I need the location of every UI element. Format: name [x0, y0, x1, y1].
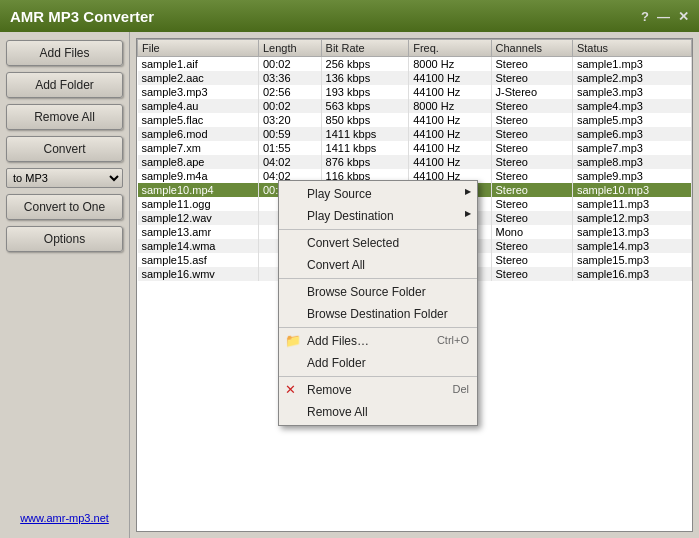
- context-menu-item-label: Browse Source Folder: [307, 285, 426, 299]
- cell-freq: 44100 Hz: [409, 71, 491, 85]
- table-row[interactable]: sample7.xm01:551411 kbps44100 HzStereosa…: [138, 141, 692, 155]
- cell-channels: Stereo: [491, 197, 572, 211]
- cell-bitrate: 136 kbps: [321, 71, 409, 85]
- cell-bitrate: 850 kbps: [321, 113, 409, 127]
- cell-status: sample8.mp3: [572, 155, 691, 169]
- app-title: AMR MP3 Converter: [10, 8, 154, 25]
- folder-icon: 📁: [285, 333, 301, 348]
- cell-channels: Stereo: [491, 267, 572, 281]
- cell-channels: Stereo: [491, 253, 572, 267]
- cell-freq: 44100 Hz: [409, 85, 491, 99]
- cell-status: sample10.mp3: [572, 183, 691, 197]
- cell-status: sample2.mp3: [572, 71, 691, 85]
- cell-file: sample3.mp3: [138, 85, 259, 99]
- table-row[interactable]: sample1.aif00:02256 kbps8000 HzStereosam…: [138, 57, 692, 72]
- close-button[interactable]: ✕: [678, 9, 689, 24]
- context-menu-item-label: Browse Destination Folder: [307, 307, 448, 321]
- context-menu-separator: [279, 376, 477, 377]
- cell-status: sample15.mp3: [572, 253, 691, 267]
- context-menu-item[interactable]: Play Source: [279, 183, 477, 205]
- cell-bitrate: 1411 kbps: [321, 141, 409, 155]
- title-bar-controls: ? — ✕: [641, 9, 689, 24]
- context-menu-item-label: Remove All: [307, 405, 368, 419]
- cell-file: sample12.wav: [138, 211, 259, 225]
- cell-file: sample14.wma: [138, 239, 259, 253]
- cell-file: sample6.mod: [138, 127, 259, 141]
- table-row[interactable]: sample6.mod00:591411 kbps44100 HzStereos…: [138, 127, 692, 141]
- main-layout: Add Files Add Folder Remove All Convert …: [0, 32, 699, 538]
- help-button[interactable]: ?: [641, 9, 649, 24]
- left-panel: Add Files Add Folder Remove All Convert …: [0, 32, 130, 538]
- add-folder-button[interactable]: Add Folder: [6, 72, 123, 98]
- cell-length: 02:56: [259, 85, 322, 99]
- cell-file: sample9.m4a: [138, 169, 259, 183]
- context-menu-item[interactable]: ✕RemoveDel: [279, 379, 477, 401]
- cell-channels: Mono: [491, 225, 572, 239]
- cell-status: sample5.mp3: [572, 113, 691, 127]
- cell-file: sample2.aac: [138, 71, 259, 85]
- convert-button[interactable]: Convert: [6, 136, 123, 162]
- table-row[interactable]: sample8.ape04:02876 kbps44100 HzStereosa…: [138, 155, 692, 169]
- cell-length: 00:59: [259, 127, 322, 141]
- remove-all-button[interactable]: Remove All: [6, 104, 123, 130]
- context-menu-item-label: Play Source: [307, 187, 372, 201]
- cell-status: sample6.mp3: [572, 127, 691, 141]
- context-menu-item[interactable]: Convert Selected: [279, 232, 477, 254]
- table-header-row: File Length Bit Rate Freq. Channels Stat…: [138, 40, 692, 57]
- cell-channels: Stereo: [491, 113, 572, 127]
- cell-length: 00:02: [259, 99, 322, 113]
- cell-status: sample3.mp3: [572, 85, 691, 99]
- cell-channels: Stereo: [491, 183, 572, 197]
- convert-format-dropdown-container: to MP3 to AMR to WAV to OGG: [6, 168, 123, 188]
- col-bitrate: Bit Rate: [321, 40, 409, 57]
- cell-status: sample4.mp3: [572, 99, 691, 113]
- cell-channels: Stereo: [491, 57, 572, 72]
- cell-freq: 44100 Hz: [409, 113, 491, 127]
- add-files-button[interactable]: Add Files: [6, 40, 123, 66]
- remove-icon: ✕: [285, 382, 296, 397]
- cell-file: sample4.au: [138, 99, 259, 113]
- context-menu-item-label: Play Destination: [307, 209, 394, 223]
- context-menu-item[interactable]: Play Destination: [279, 205, 477, 227]
- right-panel: File Length Bit Rate Freq. Channels Stat…: [130, 32, 699, 538]
- minimize-button[interactable]: —: [657, 9, 670, 24]
- cell-freq: 44100 Hz: [409, 127, 491, 141]
- context-menu-item[interactable]: Remove All: [279, 401, 477, 423]
- context-menu-item[interactable]: Add Folder: [279, 352, 477, 374]
- cell-channels: Stereo: [491, 211, 572, 225]
- col-channels: Channels: [491, 40, 572, 57]
- col-length: Length: [259, 40, 322, 57]
- website-link[interactable]: www.amr-mp3.net: [6, 512, 123, 530]
- cell-status: sample1.mp3: [572, 57, 691, 72]
- cell-file: sample11.ogg: [138, 197, 259, 211]
- cell-length: 00:02: [259, 57, 322, 72]
- cell-file: sample10.mp4: [138, 183, 259, 197]
- context-menu-item[interactable]: Browse Source Folder: [279, 281, 477, 303]
- cell-channels: Stereo: [491, 155, 572, 169]
- cell-channels: J-Stereo: [491, 85, 572, 99]
- cell-status: sample16.mp3: [572, 267, 691, 281]
- cell-file: sample13.amr: [138, 225, 259, 239]
- context-menu-item-label: Remove: [307, 383, 352, 397]
- context-menu-separator: [279, 278, 477, 279]
- table-row[interactable]: sample4.au00:02563 kbps8000 HzStereosamp…: [138, 99, 692, 113]
- context-menu-shortcut: Ctrl+O: [437, 334, 469, 346]
- context-menu-item[interactable]: Convert All: [279, 254, 477, 276]
- cell-bitrate: 876 kbps: [321, 155, 409, 169]
- table-row[interactable]: sample5.flac03:20850 kbps44100 HzStereos…: [138, 113, 692, 127]
- cell-bitrate: 563 kbps: [321, 99, 409, 113]
- context-menu-item[interactable]: Browse Destination Folder: [279, 303, 477, 325]
- options-button[interactable]: Options: [6, 226, 123, 252]
- cell-file: sample15.asf: [138, 253, 259, 267]
- cell-channels: Stereo: [491, 239, 572, 253]
- convert-format-select[interactable]: to MP3 to AMR to WAV to OGG: [6, 168, 123, 188]
- context-menu-separator: [279, 327, 477, 328]
- cell-bitrate: 193 kbps: [321, 85, 409, 99]
- cell-file: sample1.aif: [138, 57, 259, 72]
- table-row[interactable]: sample3.mp302:56193 kbps44100 HzJ-Stereo…: [138, 85, 692, 99]
- table-row[interactable]: sample2.aac03:36136 kbps44100 HzStereosa…: [138, 71, 692, 85]
- context-menu-item[interactable]: 📁Add Files…Ctrl+O: [279, 330, 477, 352]
- convert-to-one-button[interactable]: Convert to One: [6, 194, 123, 220]
- cell-file: sample5.flac: [138, 113, 259, 127]
- cell-file: sample8.ape: [138, 155, 259, 169]
